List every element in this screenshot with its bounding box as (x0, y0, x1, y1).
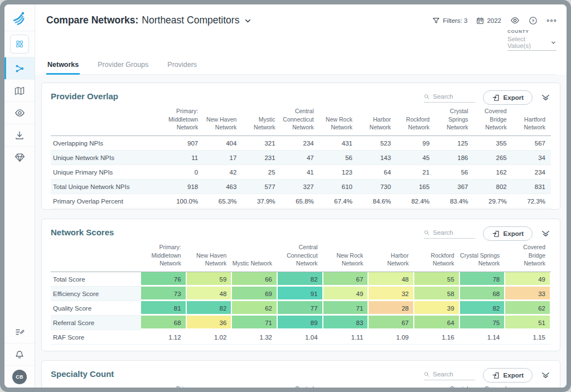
title-dropdown-caret[interactable] (244, 16, 252, 25)
table-cell: 78 (460, 272, 506, 287)
app-logo[interactable] (4, 4, 35, 31)
sidebar-bottom: CB (4, 321, 35, 388)
table-cell: 55 (414, 272, 460, 287)
provider-overlap-table: Primary: Middletown NetworkNew Haven Net… (51, 106, 551, 209)
sidebar: CB (4, 4, 35, 388)
county-filter: COUNTY Select Value(s) (507, 29, 557, 51)
table-cell: 66 (232, 272, 278, 287)
more-options-button[interactable] (546, 17, 557, 24)
sidebar-item-map[interactable] (4, 79, 35, 101)
app-window: CB Compare Networks: Northeast Competito… (4, 4, 567, 388)
table-cell: 577 (242, 180, 280, 194)
table-cell: 1.04 (278, 330, 323, 345)
sidebar-item-downloads[interactable] (4, 124, 35, 146)
collapse-card-button[interactable] (540, 229, 551, 239)
search-icon (424, 229, 430, 236)
tab-networks[interactable]: Networks (46, 59, 80, 75)
sidebar-item-premium[interactable] (4, 146, 35, 168)
table-cell: 81 (141, 301, 187, 316)
export-button[interactable]: Export (483, 90, 533, 105)
funnel-icon (432, 17, 440, 25)
table-cell: 143 (358, 151, 396, 165)
search-icon (424, 93, 430, 100)
table-cell: 32 (369, 287, 414, 301)
search-input[interactable] (433, 229, 475, 236)
table-cell: 321 (242, 136, 280, 151)
export-button[interactable]: Export (483, 368, 533, 383)
table-cell: 231 (242, 151, 280, 165)
search-input[interactable] (433, 371, 475, 378)
content-area: Provider Overlap Export (35, 75, 567, 388)
row-label: Unique Primary NPIs (51, 165, 165, 180)
table-row: Primary Overlap Percent100.0%65.3%37.9%6… (51, 194, 551, 209)
search-box[interactable] (424, 229, 475, 239)
sidebar-item-notifications[interactable] (4, 343, 35, 365)
table-cell: 367 (435, 180, 473, 194)
column-header: Covered Bridge Network (474, 106, 512, 136)
row-label: Efficiency Score (51, 287, 141, 301)
search-input[interactable] (433, 93, 475, 100)
table-cell: 123 (320, 165, 358, 180)
column-header: Mystic Network (242, 384, 280, 388)
column-header: Harbor Network (358, 106, 396, 136)
table-cell: 77 (278, 301, 323, 316)
table-row: Unique Primary NPIs042254112364215616223… (51, 165, 551, 180)
table-cell: 51 (505, 316, 551, 330)
tab-providers[interactable]: Providers (166, 59, 198, 74)
table-cell: 41 (281, 165, 320, 180)
table-cell: 327 (281, 180, 320, 194)
table-cell: 1.09 (369, 330, 414, 345)
sidebar-item-view[interactable] (4, 101, 35, 124)
table-cell: 33 (505, 287, 551, 301)
column-header: New Rock Network (323, 242, 369, 272)
table-cell: 59 (187, 272, 233, 287)
bell-icon (14, 350, 25, 360)
network-compare-icon (14, 64, 25, 74)
table-cell: 37.9% (242, 194, 280, 209)
table-cell: 65.3% (204, 194, 242, 209)
table-row: Total Score765966826748557849 (51, 272, 551, 287)
sidebar-item-activity-log[interactable] (4, 321, 35, 343)
export-button[interactable]: Export (483, 226, 533, 241)
table-cell: 56 (435, 165, 473, 180)
sidebar-item-network-compare[interactable] (4, 57, 35, 79)
column-header: Crystal Springs Network (435, 106, 473, 136)
collapse-card-button[interactable] (540, 93, 551, 103)
table-cell: 165 (396, 180, 435, 194)
table-cell: 67.4% (320, 194, 358, 209)
page-title: Compare Networks: Northeast Competitors (46, 11, 252, 26)
tab-provider-groups[interactable]: Provider Groups (96, 59, 149, 74)
county-select[interactable]: Select Value(s) (507, 36, 557, 51)
table-cell: 73 (141, 287, 187, 301)
year-selector[interactable]: 2022 (476, 17, 501, 25)
sidebar-item-product[interactable] (4, 31, 35, 57)
table-cell: 82 (187, 301, 233, 316)
table-cell: 162 (474, 165, 512, 180)
table-cell: 99 (396, 136, 435, 151)
table-cell: 42 (204, 165, 242, 180)
chevron-down-icon (550, 40, 557, 46)
table-cell: 918 (165, 180, 204, 194)
table-cell: 29.7% (474, 194, 512, 209)
table-cell: 83 (323, 316, 369, 330)
filters-button[interactable]: Filters: 3 (432, 17, 467, 25)
help-button[interactable]: ? (529, 16, 538, 25)
visibility-toggle[interactable] (510, 16, 520, 25)
table-cell: 39 (414, 301, 460, 316)
table-cell: 56 (320, 151, 358, 165)
search-box[interactable] (424, 371, 475, 380)
main-area: Compare Networks: Northeast Competitors … (35, 4, 567, 388)
column-header: New Rock Network (320, 384, 358, 388)
column-header: Rockford Network (396, 384, 435, 388)
table-cell: 67 (323, 272, 369, 287)
card-network-scores: Network Scores Export (41, 219, 560, 351)
calendar-icon (476, 17, 484, 25)
collapse-card-button[interactable] (540, 371, 551, 380)
export-label: Export (504, 230, 524, 237)
atom-icon (10, 35, 29, 54)
user-avatar[interactable]: CB (4, 365, 35, 388)
more-options-icon (546, 17, 557, 24)
search-box[interactable] (424, 93, 475, 103)
column-header: Crystal Springs Network (435, 384, 473, 388)
page-title-selection: Northeast Competitors (142, 14, 239, 26)
